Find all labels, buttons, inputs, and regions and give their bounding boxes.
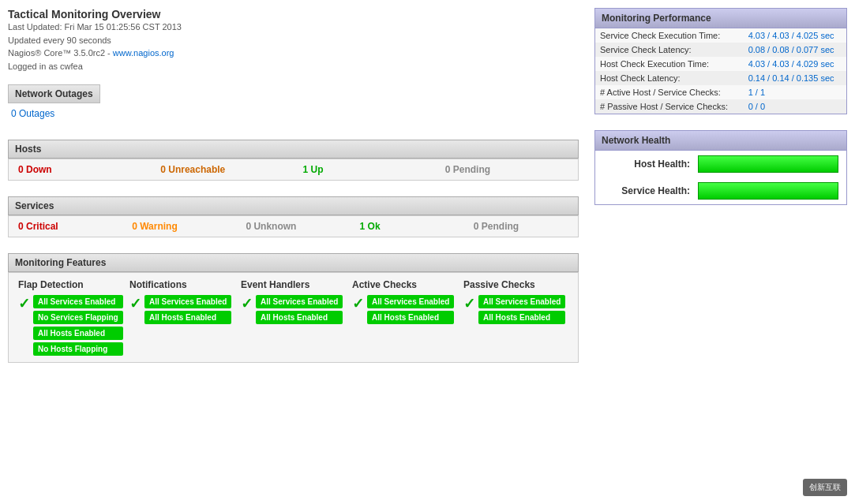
last-updated: Last Updated: Fri Mar 15 01:25:56 CST 20… [8, 21, 579, 34]
service-health-label: Service Health: [603, 185, 690, 196]
passive-checks-title: Passive Checks [463, 279, 568, 290]
event-handlers-badge-1: All Hosts Enabled [256, 311, 343, 324]
hosts-down-link[interactable]: 0 Down [18, 164, 52, 175]
flap-badge-3: No Hosts Flapping [33, 342, 123, 356]
perf-label-0: Service Check Execution Time: [595, 28, 744, 43]
event-handlers-badge-0: All Services Enabled [256, 295, 343, 308]
hosts-section: Hosts 0 Down 0 Unreachable 1 Up 0 Pendin… [8, 140, 579, 181]
flap-detection-content: ✓ All Services Enabled No Services Flapp… [18, 295, 123, 356]
passive-checks-badge-0: All Services Enabled [478, 295, 565, 308]
service-health-row: Service Health: [595, 177, 846, 204]
active-checks-check-icon: ✓ [352, 297, 364, 311]
perf-label-4: # Active Host / Service Checks: [595, 85, 744, 99]
monitoring-features-title: Monitoring Features [8, 253, 579, 272]
services-critical-link[interactable]: 0 Critical [18, 221, 58, 232]
perf-value-1: 0.08 / 0.08 / 0.077 sec [744, 43, 846, 57]
flap-badges: All Services Enabled No Services Flappin… [33, 295, 123, 356]
perf-row-5: # Passive Host / Service Checks: 0 / 0 [595, 99, 846, 114]
hosts-title: Hosts [8, 140, 579, 159]
perf-value-0: 4.03 / 4.03 / 4.025 sec [744, 28, 846, 43]
notifications-content: ✓ All Services Enabled All Hosts Enabled [129, 295, 234, 324]
services-stats: 0 Critical 0 Warning 0 Unknown 1 Ok 0 Pe… [8, 215, 579, 237]
active-checks-badge-0: All Services Enabled [367, 295, 454, 308]
perf-row-1: Service Check Latency: 0.08 / 0.08 / 0.0… [595, 43, 846, 57]
feature-event-handlers: Event Handlers ✓ All Services Enabled Al… [238, 279, 349, 356]
perf-row-2: Host Check Execution Time: 4.03 / 4.03 /… [595, 57, 846, 71]
passive-checks-badge-1: All Hosts Enabled [478, 311, 565, 324]
hosts-up: 1 Up [294, 159, 436, 180]
services-warning-link[interactable]: 0 Warning [132, 221, 178, 232]
header-section: Tactical Monitoring Overview Last Update… [8, 8, 579, 73]
flap-check-icon: ✓ [18, 297, 30, 311]
logged-in: Logged in as cwfea [8, 60, 579, 73]
feature-active-checks: Active Checks ✓ All Services Enabled All… [349, 279, 460, 356]
right-panel: Monitoring Performance Service Check Exe… [594, 8, 847, 496]
update-interval: Updated every 90 seconds [8, 34, 579, 47]
feature-flap-detection: Flap Detection ✓ All Services Enabled No… [15, 279, 126, 356]
network-health-box: Network Health Host Health: Service Heal… [594, 130, 847, 205]
hosts-stats: 0 Down 0 Unreachable 1 Up 0 Pending [8, 159, 579, 181]
hosts-unreachable-link[interactable]: 0 Unreachable [160, 164, 225, 175]
monitoring-performance-title: Monitoring Performance [595, 9, 846, 28]
perf-value-2: 4.03 / 4.03 / 4.029 sec [744, 57, 846, 71]
services-title: Services [8, 196, 579, 215]
event-handlers-content: ✓ All Services Enabled All Hosts Enabled [241, 295, 346, 324]
version-info: Nagios® Core™ 3.5.0rc2 - www.nagios.org [8, 47, 579, 60]
passive-checks-content: ✓ All Services Enabled All Hosts Enabled [463, 295, 568, 324]
services-critical: 0 Critical [9, 216, 122, 237]
services-pending-link[interactable]: 0 Pending [474, 221, 519, 232]
hosts-up-link[interactable]: 1 Up [303, 164, 324, 175]
active-checks-badge-1: All Hosts Enabled [367, 311, 454, 324]
active-checks-badges: All Services Enabled All Hosts Enabled [367, 295, 454, 324]
host-health-row: Host Health: [595, 151, 846, 177]
event-handlers-badges: All Services Enabled All Hosts Enabled [256, 295, 343, 324]
monitoring-features-section: Monitoring Features Flap Detection ✓ All… [8, 253, 579, 363]
perf-value-3: 0.14 / 0.14 / 0.135 sec [744, 71, 846, 85]
perf-label-3: Host Check Latency: [595, 71, 744, 85]
features-grid: Flap Detection ✓ All Services Enabled No… [8, 272, 579, 363]
network-outages-title: Network Outages [15, 88, 93, 99]
host-health-label: Host Health: [603, 159, 690, 170]
perf-row-3: Host Check Latency: 0.14 / 0.14 / 0.135 … [595, 71, 846, 85]
event-handlers-title: Event Handlers [241, 279, 346, 290]
notifications-check-icon: ✓ [129, 297, 141, 311]
host-health-bar-container [698, 155, 838, 173]
hosts-unreachable: 0 Unreachable [151, 159, 293, 180]
perf-value-4: 1 / 1 [744, 85, 846, 99]
hosts-pending-link[interactable]: 0 Pending [445, 164, 490, 175]
host-health-bar [698, 155, 838, 173]
perf-value-5: 0 / 0 [744, 99, 846, 114]
active-checks-content: ✓ All Services Enabled All Hosts Enabled [352, 295, 457, 324]
notifications-badge-1: All Hosts Enabled [144, 311, 231, 324]
flap-badge-2: All Hosts Enabled [33, 327, 123, 340]
services-pending: 0 Pending [464, 216, 578, 237]
outages-link[interactable]: 0 Outages [11, 108, 54, 119]
services-ok-link[interactable]: 1 Ok [360, 221, 381, 232]
services-section: Services 0 Critical 0 Warning 0 Unknown … [8, 196, 579, 237]
hosts-down: 0 Down [9, 159, 151, 180]
network-outages-section: Network Outages 0 Outages [8, 84, 579, 124]
perf-label-1: Service Check Latency: [595, 43, 744, 57]
nagios-link[interactable]: www.nagios.org [113, 48, 174, 58]
left-panel: Tactical Monitoring Overview Last Update… [8, 8, 579, 496]
perf-label-2: Host Check Execution Time: [595, 57, 744, 71]
notifications-badge-0: All Services Enabled [144, 295, 231, 308]
services-warning: 0 Warning [122, 216, 236, 237]
services-unknown: 0 Unknown [236, 216, 350, 237]
watermark: 创新互联 [803, 479, 847, 496]
event-handlers-check-icon: ✓ [241, 297, 253, 311]
passive-checks-check-icon: ✓ [463, 297, 475, 311]
flap-badge-0: All Services Enabled [33, 295, 123, 308]
service-health-bar [698, 182, 838, 200]
service-health-bar-container [698, 182, 838, 200]
flap-badge-1: No Services Flapping [33, 311, 123, 324]
feature-passive-checks: Passive Checks ✓ All Services Enabled Al… [460, 279, 572, 356]
page-title: Tactical Monitoring Overview [8, 8, 579, 21]
monitoring-performance-box: Monitoring Performance Service Check Exe… [594, 8, 847, 114]
notifications-badges: All Services Enabled All Hosts Enabled [144, 295, 231, 324]
notifications-title: Notifications [129, 279, 234, 290]
services-unknown-link[interactable]: 0 Unknown [246, 221, 296, 232]
perf-row-0: Service Check Execution Time: 4.03 / 4.0… [595, 28, 846, 43]
perf-label-5: # Passive Host / Service Checks: [595, 99, 744, 114]
passive-checks-badges: All Services Enabled All Hosts Enabled [478, 295, 565, 324]
